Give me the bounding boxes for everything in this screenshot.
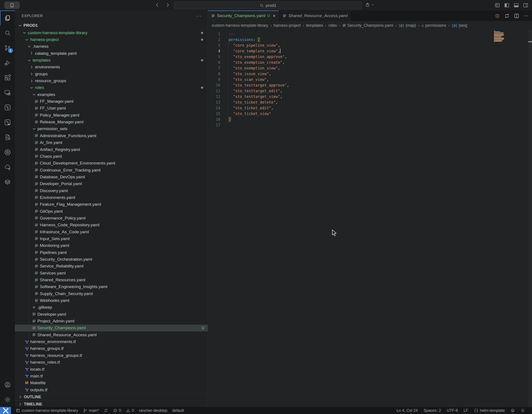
layout-control-button[interactable]: [365, 2, 375, 8]
tree-file-Ai_Sre.yaml[interactable]: Ai_Sre.yaml: [15, 139, 208, 146]
tree-file-Service_Reliability.yaml[interactable]: Service_Reliability.yaml: [15, 263, 208, 270]
toggle-primary-sidebar-icon[interactable]: [504, 2, 510, 8]
breadcrumb-item[interactable]: harness-project: [274, 23, 301, 28]
toggle-panel-icon[interactable]: [513, 2, 519, 8]
tree-file-Project_Admin.yaml[interactable]: Project_Admin.yaml: [15, 318, 208, 324]
code-line-12[interactable]: 12 "sto_testtarget_view",: [208, 94, 532, 99]
code-line-17[interactable]: 17: [208, 122, 532, 128]
tree-file-Harness_Code_Repository.yaml[interactable]: Harness_Code_Repository.yaml: [15, 222, 208, 229]
tree-file-FF_User.yaml[interactable]: FF_User.yaml: [15, 105, 208, 112]
tree-folder-environments[interactable]: environments: [15, 64, 208, 70]
tree-file-Continuous_Error_Tracking.yaml[interactable]: Continuous_Error_Tracking.yaml: [15, 167, 208, 173]
tree-file-Supply_Chain_Security.yaml[interactable]: Supply_Chain_Security.yaml: [15, 290, 208, 297]
activity-item-dev-config[interactable]: [0, 130, 15, 144]
code-line-15[interactable]: 15 "sto_ticket_view": [208, 111, 532, 116]
views-more-actions-icon[interactable]: ···: [196, 13, 202, 19]
outline-section[interactable]: OUTLINE: [15, 393, 208, 400]
activity-item-accounts[interactable]: [0, 377, 15, 392]
tree-file-harness_roles.tf[interactable]: harness_roles.tf: [15, 359, 208, 366]
tree-folder-groups[interactable]: groups: [15, 70, 208, 77]
tree-folder-.harness[interactable]: .harness: [15, 43, 208, 50]
status-kubernetes-context[interactable]: default: [172, 408, 184, 413]
activity-item-source-control[interactable]: 1: [0, 40, 15, 55]
breadcrumb-item[interactable]: templates: [306, 23, 323, 28]
tree-file-Infrastruce_As_Code.yaml[interactable]: Infrastruce_As_Code.yaml: [15, 229, 208, 235]
timeline-section[interactable]: TIMELINE: [15, 400, 208, 407]
split-editor-icon[interactable]: [514, 13, 519, 19]
code-line-5[interactable]: 5 "sto_exemption_approve",: [208, 54, 532, 60]
tree-file-Shared_Resources.yaml[interactable]: Shared_Resources.yaml: [15, 276, 208, 283]
tree-file-main.tf[interactable]: main.tf: [15, 373, 208, 379]
activity-item-kubernetes[interactable]: [0, 144, 15, 159]
activity-item-containers[interactable]: [0, 174, 15, 189]
command-center-search[interactable]: prod1: [174, 1, 362, 10]
tree-file-GitOps.yaml[interactable]: GitOps.yaml: [15, 208, 208, 215]
tree-file-Database_DevOps.yaml[interactable]: Database_DevOps.yaml: [15, 173, 208, 180]
code-line-1[interactable]: 1---: [208, 31, 532, 37]
tree-file-locals.tf[interactable]: locals.tf: [15, 366, 208, 373]
tree-file-Chaos.yaml[interactable]: Chaos.yaml: [15, 153, 208, 160]
tree-folder-harness-project[interactable]: harness-project: [15, 36, 208, 43]
code-line-10[interactable]: 10 "sto_testtarget_approve",: [208, 82, 532, 88]
editor-pane[interactable]: 1---2permissions: [3 "core_pipeline_view…: [208, 30, 532, 407]
tree-file-Administrative_Functions.yaml[interactable]: Administrative_Functions.yaml: [15, 132, 208, 139]
workspace-section-header[interactable]: PROD1: [15, 21, 208, 29]
tree-file-Developer.yaml[interactable]: Developer.yaml: [15, 311, 208, 318]
tree-file-FF_Manager.yaml[interactable]: FF_Manager.yaml: [15, 98, 208, 105]
tree-file-Policy_Manager.yaml[interactable]: Policy_Manager.yaml: [15, 112, 208, 118]
code-line-9[interactable]: 9 "sto_scan_view",: [208, 77, 532, 82]
activity-item-terraform[interactable]: [0, 100, 15, 115]
code-line-4[interactable]: 4 "core_template_view",: [208, 48, 532, 54]
tree-file-Monitoring.yaml[interactable]: Monitoring.yaml: [15, 242, 208, 249]
tree-file-Feature_Flag_Management.yaml[interactable]: Feature_Flag_Management.yaml: [15, 201, 208, 208]
breadcrumb-item[interactable]: ◇permissions: [421, 23, 446, 28]
tree-folder-templates[interactable]: templates: [15, 57, 208, 64]
code-line-2[interactable]: 2permissions: [: [208, 37, 532, 42]
code-line-7[interactable]: 7 "sto_exemption_view",: [208, 65, 532, 71]
tree-file-Governance_Policy.yaml[interactable]: Governance_Policy.yaml: [15, 215, 208, 221]
more-actions-icon[interactable]: [523, 13, 529, 19]
tree-file-Services.yaml[interactable]: Services.yaml: [15, 270, 208, 276]
status-notifications[interactable]: [521, 408, 525, 413]
status-problems-errors[interactable]: 0: [113, 408, 121, 413]
tree-file-Input_Sets.yaml[interactable]: Input_Sets.yaml: [15, 235, 208, 242]
breadcrumb-item[interactable]: [@]{map}: [399, 23, 416, 28]
tree-file-harness_environments.tf[interactable]: harness_environments.tf: [15, 338, 208, 345]
activity-item-extensions[interactable]: [0, 70, 15, 85]
code-line-8[interactable]: 8 "sto_issue_view",: [208, 71, 532, 77]
open-changes-icon[interactable]: [504, 13, 510, 19]
tree-file-Webhooks.yaml[interactable]: Webhooks.yaml: [15, 297, 208, 304]
breadcrumb-item[interactable]: Security_Champions.yaml: [342, 23, 393, 28]
tree-file-Cloud_Development_Environments.yaml[interactable]: Cloud_Development_Environments.yaml: [15, 160, 208, 167]
status-language-mode[interactable]: {}helm-template: [474, 408, 505, 413]
assistant-icon[interactable]: [494, 13, 500, 19]
activity-item-search[interactable]: [0, 25, 15, 40]
activity-item-settings[interactable]: [0, 392, 15, 407]
tree-file-Discovery.yaml[interactable]: Discovery.yaml: [15, 187, 208, 194]
tree-file-Software_Engineering_Insights.yaml[interactable]: Software_Engineering_Insights.yaml: [15, 283, 208, 290]
status-feedback[interactable]: [511, 408, 515, 413]
tree-folder-resource_groups[interactable]: resource_groups: [15, 77, 208, 84]
tree-folder-custom-harness-template-library[interactable]: custom-harness-template-library: [15, 29, 208, 36]
minimap[interactable]: [494, 31, 507, 43]
activity-item-explorer[interactable]: [0, 10, 15, 25]
tab-Shared_Resource_Access.yaml[interactable]: Shared_Resource_Access.yaml: [279, 10, 351, 21]
activity-item-run-and-debug[interactable]: [0, 55, 15, 70]
tree-file-harness_groups.tf[interactable]: harness_groups.tf: [15, 345, 208, 352]
customize-layout-icon[interactable]: [494, 2, 500, 8]
code-line-6[interactable]: 6 "sto_exemption_create",: [208, 60, 532, 65]
tree-file-.gitkeep[interactable]: .gitkeep: [15, 304, 208, 311]
tree-file-Security_Champions.yaml[interactable]: Security_Champions.yamlU: [15, 325, 208, 331]
window-control-button[interactable]: [4, 1, 20, 9]
breadcrumb-item[interactable]: [@][seq]: [451, 23, 467, 28]
code-line-16[interactable]: 16]: [208, 116, 532, 122]
tree-file-Security_Orchestration.yaml[interactable]: Security_Orchestration.yaml: [15, 256, 208, 263]
code-line-14[interactable]: 14 "sto_ticket_edit",: [208, 105, 532, 111]
status-workspace[interactable]: custom-harness-template-library: [16, 408, 78, 413]
code-line-13[interactable]: 13 "sto_ticket_delete",: [208, 99, 532, 105]
tree-file-Environments.yaml[interactable]: Environments.yaml: [15, 194, 208, 201]
navigate-forward-icon[interactable]: [165, 2, 170, 8]
tree-file-harness_resource_groups.tf[interactable]: harness_resource_groups.tf: [15, 352, 208, 359]
scrollbar[interactable]: [528, 30, 532, 407]
breadcrumb-item[interactable]: roles: [328, 23, 337, 28]
